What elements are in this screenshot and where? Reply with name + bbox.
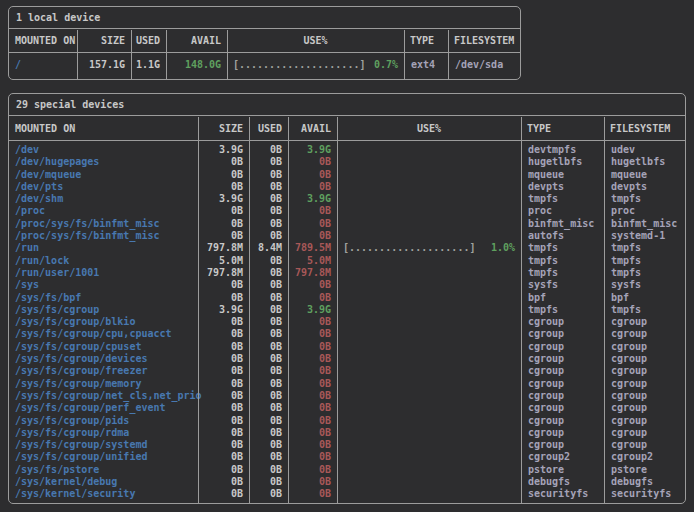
avail-cell: 3.9G: [288, 193, 337, 205]
col-header-used: USED: [249, 116, 288, 140]
use-pct-cell: [337, 402, 521, 414]
table-row: /sys/fs/cgroup/blkio0B0B0Bcgroupcgroup: [9, 316, 685, 328]
filesystem-cell: tmpfs: [604, 255, 685, 267]
type-cell: cgroup: [521, 316, 604, 328]
size-cell: 0B: [198, 205, 249, 217]
filesystem-cell: cgroup: [604, 328, 685, 340]
mounted-on-cell: /dev/pts: [9, 181, 198, 193]
type-cell: bpf: [521, 292, 604, 304]
table-row: /sys/fs/cgroup/rdma0B0B0Bcgroupcgroup: [9, 427, 685, 439]
table-row: /sys/fs/cgroup/freezer0B0B0Bcgroupcgroup: [9, 365, 685, 377]
used-cell: 0B: [249, 292, 288, 304]
used-cell: 0B: [249, 427, 288, 439]
size-cell: 0B: [198, 488, 249, 500]
use-pct-cell: [337, 279, 521, 291]
type-cell: cgroup: [521, 439, 604, 451]
type-cell: cgroup: [521, 341, 604, 353]
avail-cell: 3.9G: [288, 144, 337, 156]
column-divider: [77, 30, 78, 79]
mounted-on-cell: /sys/fs/cgroup/memory: [9, 378, 198, 390]
mounted-on-cell: /sys/kernel/debug: [9, 476, 198, 488]
size-cell: 0B: [198, 316, 249, 328]
filesystem-cell: cgroup: [604, 341, 685, 353]
avail-cell: 0B: [288, 464, 337, 476]
usage-percent: 1.0%: [491, 242, 515, 254]
size-cell: 0B: [198, 292, 249, 304]
terminal-screen: { "palette": { "background": "#2d2d2f", …: [0, 0, 694, 512]
avail-cell: 0B: [288, 156, 337, 168]
usage-bar: [....................]: [343, 242, 475, 254]
avail-cell: 0B: [288, 402, 337, 414]
use-pct-cell: [337, 390, 521, 402]
use-pct-cell: [337, 267, 521, 279]
type-cell: cgroup: [521, 427, 604, 439]
use-pct-cell: [337, 193, 521, 205]
filesystem-cell: proc: [604, 205, 685, 217]
col-header-use-pct: USE%: [227, 29, 404, 52]
table-row: /dev/pts0B0B0Bdevptsdevpts: [9, 181, 685, 193]
use-pct-cell: [337, 156, 521, 168]
col-header-used: USED: [131, 29, 166, 52]
type-cell: cgroup: [521, 378, 604, 390]
use-pct-cell: [337, 378, 521, 390]
avail-cell: 0B: [288, 488, 337, 500]
avail-cell: 0B: [288, 341, 337, 353]
table-row: /proc/sys/fs/binfmt_misc0B0B0Bautofssyst…: [9, 230, 685, 242]
usage-percent: 0.7%: [374, 53, 398, 77]
size-cell: 0B: [198, 378, 249, 390]
size-cell: 0B: [198, 181, 249, 193]
type-cell: devtmpfs: [521, 144, 604, 156]
size-cell: 0B: [198, 464, 249, 476]
table-row: /sys/kernel/security0B0B0Bsecurityfssecu…: [9, 488, 685, 500]
size-cell: 5.0M: [198, 255, 249, 267]
size-cell: 797.8M: [198, 267, 249, 279]
special-table-body: /dev3.9G0B3.9Gdevtmpfsudev/dev/hugepages…: [9, 141, 685, 501]
column-divider: [604, 117, 605, 503]
col-header-filesystem: FILESYSTEM: [604, 116, 685, 140]
type-cell: ext4: [404, 53, 448, 77]
use-pct-cell: [337, 255, 521, 267]
avail-cell: 0B: [288, 378, 337, 390]
used-cell: 0B: [249, 156, 288, 168]
table-row: /dev/hugepages0B0B0Bhugetlbfshugetlbfs: [9, 156, 685, 168]
type-cell: pstore: [521, 464, 604, 476]
avail-cell: 0B: [288, 230, 337, 242]
filesystem-cell: binfmt_misc: [604, 218, 685, 230]
type-cell: cgroup: [521, 390, 604, 402]
used-cell: 0B: [249, 439, 288, 451]
mounted-on-cell: /sys/fs/cgroup/systemd: [9, 439, 198, 451]
filesystem-cell: udev: [604, 144, 685, 156]
avail-cell: 0B: [288, 292, 337, 304]
size-cell: 0B: [198, 415, 249, 427]
table-row: /157.1G1.1G148.0G[....................]0…: [9, 53, 520, 77]
used-cell: 0B: [249, 402, 288, 414]
used-cell: 8.4M: [249, 242, 288, 254]
filesystem-cell: sysfs: [604, 279, 685, 291]
mounted-on-cell: /sys: [9, 279, 198, 291]
filesystem-cell: systemd-1: [604, 230, 685, 242]
avail-cell: 0B: [288, 205, 337, 217]
avail-cell: 0B: [288, 328, 337, 340]
col-header-avail: AVAIL: [166, 29, 227, 52]
filesystem-cell: cgroup: [604, 365, 685, 377]
used-cell: 0B: [249, 464, 288, 476]
local-device-table: 1 local device MOUNTED ON SIZE USED AVAI…: [8, 6, 521, 80]
table-row: /sys/fs/cgroup/net_cls,net_prio0B0B0Bcgr…: [9, 390, 685, 402]
column-divider: [521, 117, 522, 503]
filesystem-cell: debugfs: [604, 476, 685, 488]
avail-cell: 0B: [288, 476, 337, 488]
table-row: /sys/fs/cgroup/cpuset0B0B0Bcgroupcgroup: [9, 341, 685, 353]
use-pct-cell: [337, 205, 521, 217]
used-cell: 0B: [249, 279, 288, 291]
filesystem-cell: cgroup: [604, 316, 685, 328]
mounted-on-cell: /proc/sys/fs/binfmt_misc: [9, 230, 198, 242]
used-cell: 0B: [249, 304, 288, 316]
use-pct-cell: [337, 316, 521, 328]
size-cell: 0B: [198, 365, 249, 377]
use-pct-cell: [337, 464, 521, 476]
use-pct-cell: [337, 439, 521, 451]
used-cell: 0B: [249, 365, 288, 377]
table-row: /sys/fs/bpf0B0B0Bbpfbpf: [9, 292, 685, 304]
table-row: /run/user/1001797.8M0B797.8Mtmpfstmpfs: [9, 267, 685, 279]
size-cell: 797.8M: [198, 242, 249, 254]
